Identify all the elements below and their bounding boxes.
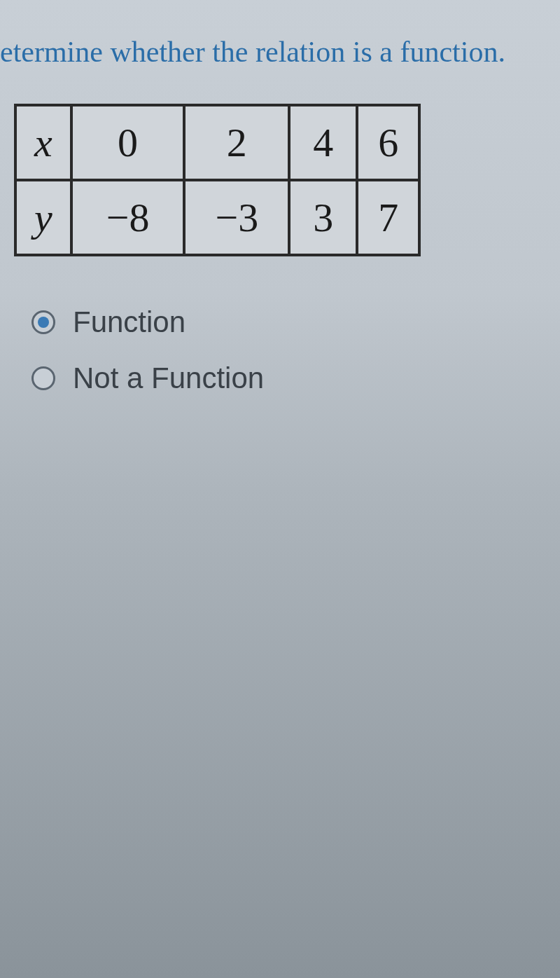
row-label-y: y <box>15 180 71 255</box>
radio-function[interactable] <box>31 310 55 334</box>
cell-y-2: 3 <box>289 180 357 255</box>
answer-options: Function Not a Function <box>0 305 560 395</box>
cell-x-2: 4 <box>289 105 357 180</box>
table-row: x 0 2 4 6 <box>15 105 419 180</box>
cell-y-1: −3 <box>184 180 289 255</box>
cell-x-3: 6 <box>357 105 419 180</box>
cell-y-3: 7 <box>357 180 419 255</box>
cell-y-0: −8 <box>71 180 185 255</box>
row-label-x: x <box>15 105 71 180</box>
cell-x-1: 2 <box>184 105 289 180</box>
relation-table: x 0 2 4 6 y −8 −3 3 7 <box>14 104 421 256</box>
option-label-not-function: Not a Function <box>73 361 264 395</box>
radio-not-function[interactable] <box>31 366 55 390</box>
option-not-function[interactable]: Not a Function <box>31 361 560 395</box>
cell-x-0: 0 <box>71 105 185 180</box>
table-row: y −8 −3 3 7 <box>15 180 419 255</box>
option-function[interactable]: Function <box>31 305 560 339</box>
question-text: etermine whether the relation is a funct… <box>0 35 560 104</box>
option-label-function: Function <box>73 305 186 339</box>
